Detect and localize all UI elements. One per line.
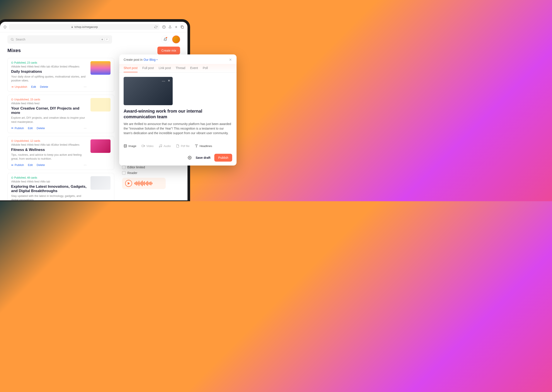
shield-icon xyxy=(3,26,7,28)
mix-card[interactable]: Unpublished, 15 cards #Mobile feed #Web … xyxy=(7,95,114,133)
mix-title: Your Creative Corner, DIY Projects and m… xyxy=(11,106,87,115)
image-icon xyxy=(124,144,127,148)
publish-button[interactable]: Publish xyxy=(11,163,24,167)
settings-button[interactable] xyxy=(188,156,192,160)
more-icon[interactable]: ⋯ xyxy=(84,85,87,88)
svg-point-12 xyxy=(161,146,162,147)
tab-thread[interactable]: Thread xyxy=(176,64,185,72)
share-icon[interactable] xyxy=(168,25,172,29)
close-icon xyxy=(229,58,232,61)
save-draft-button[interactable]: Save draft xyxy=(195,156,210,159)
svg-point-2 xyxy=(11,38,13,40)
delete-button[interactable]: Delete xyxy=(40,85,48,88)
permissions-panel: Editor limited Reader xyxy=(122,166,168,189)
mix-card[interactable]: Published, 48 cards #Mobile feed #Web fe… xyxy=(7,173,114,200)
unpublish-button[interactable]: Unpublish xyxy=(11,85,27,88)
refresh-icon[interactable] xyxy=(154,26,158,28)
address-bar[interactable]: tchop.io/megacorp xyxy=(9,24,160,30)
publish-button[interactable]: Publish xyxy=(214,154,232,161)
attach-pdf[interactable]: Pdf file xyxy=(176,144,189,148)
audio-player[interactable] xyxy=(122,178,166,189)
notification-dot xyxy=(166,37,167,38)
mix-card[interactable]: Unpublished, 12 cards #Mobile feed #Web … xyxy=(7,136,114,170)
file-icon xyxy=(176,144,179,148)
edit-button[interactable]: Edit xyxy=(28,126,33,130)
checkbox-editor-limited[interactable]: Editor limited xyxy=(122,166,168,169)
svg-point-5 xyxy=(11,140,13,142)
tab-poll[interactable]: Poll xyxy=(203,64,208,72)
mix-desc: Tips, routines, and advice to keep you a… xyxy=(11,153,87,161)
avatar[interactable] xyxy=(172,35,180,43)
search-input[interactable]: Search ⌘ F xyxy=(7,35,112,43)
app-header: Search ⌘ F xyxy=(0,32,187,47)
svg-point-6 xyxy=(11,177,13,179)
url-text: tchop.io/megacorp xyxy=(75,25,98,28)
mix-title: Daily Inspirations xyxy=(11,70,87,74)
modal-body: ⋯ Award-winning work from our internal c… xyxy=(119,72,237,140)
mix-thumbnail xyxy=(91,98,111,112)
mix-desc: Explore art, DIY projects, and creative … xyxy=(11,116,87,124)
post-body-input[interactable]: We are thrilled to announce that our com… xyxy=(124,122,232,135)
search-icon xyxy=(10,38,14,41)
tab-event[interactable]: Event xyxy=(190,64,198,72)
mix-thumbnail xyxy=(91,176,111,190)
svg-point-4 xyxy=(11,99,13,101)
modal-footer: Save draft Publish xyxy=(119,151,237,166)
attach-video[interactable]: Video xyxy=(142,144,153,148)
create-mix-button[interactable]: Create mix xyxy=(158,47,180,55)
modal-header: Create post in Our Blog xyxy=(119,55,237,64)
create-post-modal: Create post in Our Blog Short post Full … xyxy=(119,55,237,166)
audio-icon xyxy=(159,144,162,148)
status-badge: Unpublished, 12 cards xyxy=(11,139,87,142)
download-icon[interactable] xyxy=(162,25,166,29)
status-badge: Published, 23 cards xyxy=(11,61,87,64)
page-title: Mixes xyxy=(7,48,21,53)
mix-tags: #Mobile feed #Web feed #Mix tab #Editor … xyxy=(11,65,87,68)
edit-button[interactable]: Edit xyxy=(31,85,36,88)
close-button[interactable] xyxy=(229,58,232,61)
tab-link-post[interactable]: Link post xyxy=(159,64,171,72)
svg-rect-1 xyxy=(182,26,184,28)
publish-button[interactable]: Publish xyxy=(11,126,24,130)
mix-tags: #Mobile feed #Web feed xyxy=(11,102,87,105)
search-placeholder: Search xyxy=(16,38,25,41)
attachment-toolbar: Image Video Audio Pdf file Headlines xyxy=(119,140,237,151)
post-title-input[interactable]: Award-winning work from our internal com… xyxy=(124,108,232,119)
tab-short-post[interactable]: Short post xyxy=(124,64,137,72)
more-icon[interactable]: ⋯ xyxy=(84,126,87,130)
image-more-icon[interactable]: ⋯ xyxy=(162,79,165,83)
delete-button[interactable]: Delete xyxy=(37,126,45,130)
notifications-button[interactable] xyxy=(161,35,169,43)
delete-button[interactable]: Delete xyxy=(37,163,45,167)
checkbox-reader[interactable]: Reader xyxy=(122,171,168,175)
mix-thumbnail xyxy=(91,61,111,75)
video-icon xyxy=(142,144,145,148)
plus-icon[interactable] xyxy=(174,25,178,29)
status-badge: Unpublished, 15 cards xyxy=(11,98,87,101)
attach-audio[interactable]: Audio xyxy=(159,144,171,148)
status-badge: Published, 48 cards xyxy=(11,176,87,179)
svg-point-3 xyxy=(11,62,13,63)
more-icon[interactable]: ⋯ xyxy=(84,163,87,167)
svg-point-11 xyxy=(159,146,160,147)
svg-rect-10 xyxy=(142,145,144,147)
mixes-header: Mixes Create mix xyxy=(7,47,180,55)
post-image[interactable]: ⋯ xyxy=(124,77,173,105)
svg-point-9 xyxy=(125,145,125,146)
mix-card[interactable]: Published, 23 cards #Mobile feed #Web fe… xyxy=(7,58,114,92)
image-remove-icon[interactable] xyxy=(167,79,171,82)
edit-button[interactable]: Edit xyxy=(28,163,33,167)
tabs-icon[interactable] xyxy=(180,25,184,29)
mix-thumbnail xyxy=(91,139,111,153)
tab-full-post[interactable]: Full post xyxy=(142,64,154,72)
attach-headlines[interactable]: Headlines xyxy=(195,144,212,148)
svg-point-13 xyxy=(189,157,190,158)
destination-selector[interactable]: Our Blog xyxy=(143,58,158,61)
browser-bar: tchop.io/megacorp xyxy=(0,22,187,32)
mix-title: Exploring the Latest Innovations, Gadget… xyxy=(11,184,87,193)
mix-title: Fitness & Wellness xyxy=(11,148,87,152)
attach-image[interactable]: Image xyxy=(124,144,136,148)
mix-desc: Stay updated with the latest in technolo… xyxy=(11,194,87,200)
play-button[interactable] xyxy=(125,180,132,187)
mix-tags: #Mobile feed #Web feed #Mix tab #Editor … xyxy=(11,143,87,146)
